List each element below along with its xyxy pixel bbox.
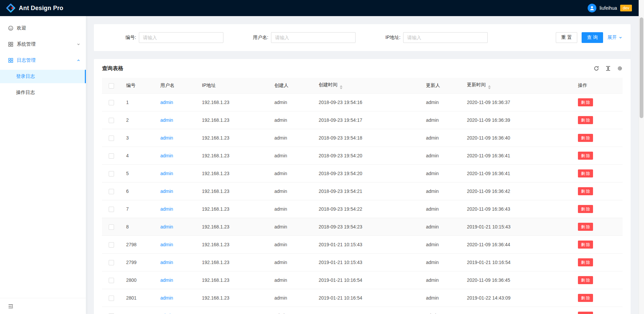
cell-creator: admin <box>269 129 313 147</box>
reset-button[interactable]: 重 置 <box>556 32 577 43</box>
delete-button[interactable]: 删 除 <box>578 241 593 249</box>
settings-gear-icon[interactable] <box>617 66 623 71</box>
username-link[interactable]: admin <box>160 100 173 105</box>
row-checkbox[interactable] <box>109 100 114 105</box>
row-checkbox[interactable] <box>109 171 114 176</box>
cell-created-at: 2019-01-21 10:16:54 <box>313 271 421 289</box>
cell-updated-at: 2020-11-09 16:36:41 <box>462 147 573 165</box>
cell-updated-at: 2020-11-09 16:36:42 <box>462 182 573 200</box>
row-checkbox[interactable] <box>109 118 114 123</box>
cell-id: 4 <box>121 147 155 165</box>
search-button[interactable]: 查 询 <box>582 32 603 43</box>
sidebar-item-welcome[interactable]: 欢迎 <box>0 21 86 35</box>
column-header[interactable]: 创建时间 <box>313 78 421 94</box>
user-icon <box>589 5 595 11</box>
delete-button[interactable]: 删 除 <box>578 134 593 142</box>
cell-updater: admin <box>421 165 462 182</box>
sidebar-menu: 欢迎 系统管理 日志管理 <box>0 16 86 298</box>
username-link[interactable]: admin <box>160 117 173 123</box>
delete-button[interactable]: 删 除 <box>578 116 593 124</box>
column-header: 创建人 <box>269 78 313 94</box>
delete-button[interactable]: 删 除 <box>578 312 593 314</box>
username-link[interactable]: admin <box>160 189 173 194</box>
table-toolbar: 查询表格 <box>94 59 631 78</box>
cell-created-at: 2019-01-21 10:15:43 <box>313 254 421 271</box>
row-checkbox[interactable] <box>109 278 114 283</box>
sidebar-item-label: 系统管理 <box>17 41 36 47</box>
cell-id: 2801 <box>121 289 155 307</box>
sidebar-item-operation-log[interactable]: 操作日志 <box>0 86 86 99</box>
row-checkbox[interactable] <box>109 260 114 265</box>
sidebar-item-system-management[interactable]: 系统管理 <box>0 38 86 51</box>
username-link[interactable]: admin <box>160 260 173 265</box>
delete-button[interactable]: 删 除 <box>578 187 593 195</box>
column-header[interactable]: 更新时间 <box>462 78 573 94</box>
sidebar-item-log-management[interactable]: 日志管理 <box>0 54 86 67</box>
delete-button[interactable]: 删 除 <box>578 258 593 266</box>
username-link[interactable]: admin <box>160 242 173 247</box>
select-all-checkbox[interactable] <box>109 83 114 89</box>
table-row: 2802admin192.168.1.23admin2019-01-22 14:… <box>102 307 623 314</box>
sort-carets-icon[interactable] <box>340 85 342 89</box>
reload-icon[interactable] <box>594 66 599 71</box>
cell-updater: admin <box>421 94 462 111</box>
row-checkbox[interactable] <box>109 296 114 301</box>
filter-actions: 重 置 查 询 展开 <box>556 32 623 43</box>
scrollbar-thumb[interactable] <box>640 17 643 118</box>
row-checkbox[interactable] <box>109 224 114 230</box>
username-link[interactable]: admin <box>160 295 173 301</box>
appstore-icon <box>8 42 13 47</box>
sidebar-collapse-trigger[interactable] <box>0 298 86 314</box>
expand-link[interactable]: 展开 <box>607 35 623 41</box>
cell-created-at: 2018-09-23 19:54:23 <box>313 218 421 236</box>
cell-updated-at: 2020-11-09 16:36:44 <box>462 236 573 254</box>
delete-button[interactable]: 删 除 <box>578 276 593 284</box>
cell-updated-at: 2020-11-09 16:36:43 <box>462 200 573 218</box>
cell-updater: admin <box>421 200 462 218</box>
column-header: 编号 <box>121 78 155 94</box>
cell-id: 2800 <box>121 271 155 289</box>
filter-input[interactable] <box>139 32 223 43</box>
delete-button[interactable]: 删 除 <box>578 294 593 302</box>
username-link[interactable]: admin <box>160 153 173 158</box>
delete-button[interactable]: 删 除 <box>578 223 593 231</box>
row-checkbox[interactable] <box>109 189 114 194</box>
select-all-header <box>102 78 121 94</box>
filter-input[interactable] <box>271 32 356 43</box>
cell-updater: admin <box>421 236 462 254</box>
row-checkbox[interactable] <box>109 242 114 248</box>
data-table: 编号用户名IP地址创建人创建时间更新人更新时间操作 1admin192.168.… <box>102 78 623 314</box>
username-link[interactable]: admin <box>160 224 173 229</box>
username-link[interactable]: admin <box>160 135 173 141</box>
user-avatar[interactable] <box>588 4 596 12</box>
user-menu[interactable]: liufeihua dev <box>588 4 632 12</box>
cell-ip: 192.168.1.23 <box>197 182 269 200</box>
delete-button[interactable]: 删 除 <box>578 169 593 177</box>
username-link[interactable]: admin <box>160 277 173 283</box>
filter-input[interactable] <box>403 32 488 43</box>
sort-carets-icon[interactable] <box>488 85 491 89</box>
page-scrollbar[interactable] <box>639 0 644 314</box>
chevron-down-icon <box>619 36 623 40</box>
delete-button[interactable]: 删 除 <box>578 205 593 213</box>
sidebar-item-label: 日志管理 <box>17 57 36 63</box>
username-link[interactable]: admin <box>160 171 173 176</box>
cell-updater: admin <box>421 307 462 314</box>
username-link[interactable]: admin <box>160 206 173 212</box>
cell-id: 5 <box>121 165 155 182</box>
app-logo[interactable]: Ant Design Pro <box>6 3 63 13</box>
delete-button[interactable]: 删 除 <box>578 98 593 106</box>
cell-creator: admin <box>269 182 313 200</box>
cell-ip: 192.168.1.23 <box>197 254 269 271</box>
delete-button[interactable]: 删 除 <box>578 152 593 160</box>
cell-updated-at: 2020-11-09 16:36:40 <box>462 129 573 147</box>
cell-id: 1 <box>121 94 155 111</box>
row-checkbox[interactable] <box>109 153 114 159</box>
row-checkbox[interactable] <box>109 207 114 212</box>
env-tag: dev <box>620 5 632 11</box>
sidebar-item-login-log[interactable]: 登录日志 <box>0 70 86 83</box>
table-row: 2798admin192.168.1.23admin2019-01-21 10:… <box>102 236 623 254</box>
cell-ip: 192.168.1.23 <box>197 200 269 218</box>
density-icon[interactable] <box>605 66 611 71</box>
row-checkbox[interactable] <box>109 136 114 141</box>
